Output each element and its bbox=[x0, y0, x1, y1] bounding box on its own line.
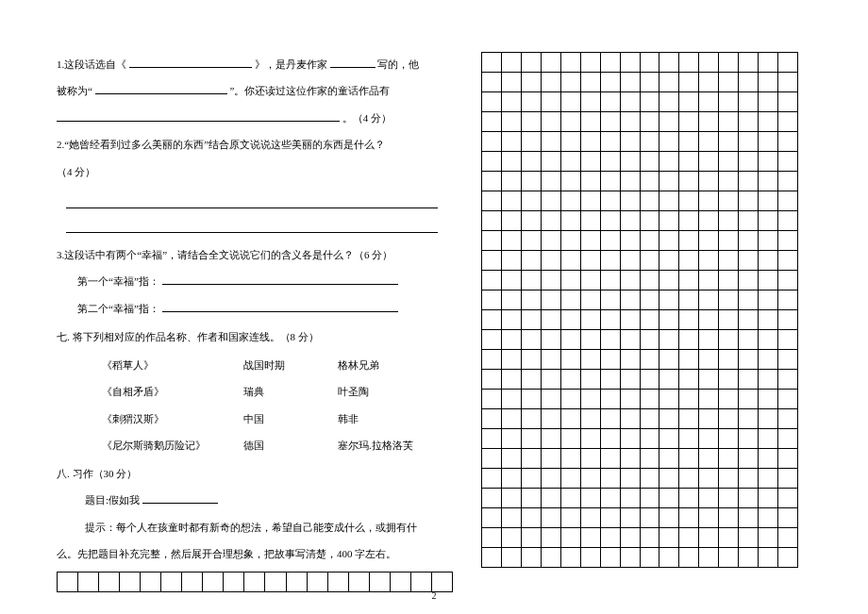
grid-cell[interactable] bbox=[58, 573, 78, 591]
grid-cell[interactable] bbox=[739, 132, 759, 151]
grid-cell[interactable] bbox=[659, 449, 679, 468]
grid-cell[interactable] bbox=[482, 53, 502, 72]
grid-cell[interactable] bbox=[759, 211, 778, 230]
grid-cell[interactable] bbox=[581, 73, 601, 91]
grid-cell[interactable] bbox=[502, 290, 522, 309]
blank-called[interactable] bbox=[95, 83, 227, 94]
grid-cell[interactable] bbox=[621, 290, 641, 309]
grid-cell[interactable] bbox=[542, 310, 561, 329]
grid-cell[interactable] bbox=[522, 469, 542, 488]
grid-cell[interactable] bbox=[542, 251, 561, 270]
grid-cell[interactable] bbox=[581, 310, 601, 329]
grid-cell[interactable] bbox=[641, 92, 660, 111]
grid-cell[interactable] bbox=[601, 152, 621, 171]
grid-cell[interactable] bbox=[759, 350, 778, 369]
grid-cell[interactable] bbox=[679, 271, 699, 290]
grid-cell[interactable] bbox=[542, 271, 561, 290]
grid-cell[interactable] bbox=[542, 290, 561, 309]
grid-cell[interactable] bbox=[719, 211, 739, 230]
grid-cell[interactable] bbox=[581, 271, 601, 290]
grid-cell[interactable] bbox=[244, 573, 265, 591]
grid-cell[interactable] bbox=[641, 370, 660, 389]
grid-cell[interactable] bbox=[561, 112, 581, 131]
grid-cell[interactable] bbox=[621, 449, 641, 468]
grid-cell[interactable] bbox=[581, 508, 601, 527]
grid-cell[interactable] bbox=[542, 53, 561, 72]
grid-cell[interactable] bbox=[581, 449, 601, 468]
grid-cell[interactable] bbox=[502, 231, 522, 250]
grid-cell[interactable] bbox=[641, 271, 660, 290]
grid-cell[interactable] bbox=[502, 251, 522, 270]
grid-cell[interactable] bbox=[659, 231, 679, 250]
grid-cell[interactable] bbox=[621, 489, 641, 507]
grid-cell[interactable] bbox=[621, 528, 641, 547]
grid-cell[interactable] bbox=[699, 152, 719, 171]
grid-cell[interactable] bbox=[739, 508, 759, 527]
grid-cell[interactable] bbox=[641, 53, 660, 72]
grid-cell[interactable] bbox=[621, 508, 641, 527]
grid-cell[interactable] bbox=[699, 191, 719, 210]
grid-cell[interactable] bbox=[561, 370, 581, 389]
grid-cell[interactable] bbox=[778, 191, 797, 210]
grid-cell[interactable] bbox=[679, 73, 699, 91]
grid-cell[interactable] bbox=[778, 73, 797, 91]
grid-cell[interactable] bbox=[522, 211, 542, 230]
grid-cell[interactable] bbox=[561, 548, 581, 567]
grid-cell[interactable] bbox=[581, 528, 601, 547]
grid-cell[interactable] bbox=[759, 528, 778, 547]
grid-cell[interactable] bbox=[699, 132, 719, 151]
grid-cell[interactable] bbox=[482, 330, 502, 349]
match-row[interactable]: 《稻草人》战国时期格林兄弟 bbox=[102, 352, 453, 379]
grid-cell[interactable] bbox=[482, 152, 502, 171]
grid-cell[interactable] bbox=[641, 469, 660, 488]
grid-cell[interactable] bbox=[482, 271, 502, 290]
grid-cell[interactable] bbox=[778, 330, 797, 349]
grid-cell[interactable] bbox=[522, 112, 542, 131]
grid-cell[interactable] bbox=[542, 92, 561, 111]
grid-cell[interactable] bbox=[739, 231, 759, 250]
grid-cell[interactable] bbox=[432, 573, 453, 591]
grid-cell[interactable] bbox=[778, 251, 797, 270]
grid-cell[interactable] bbox=[561, 489, 581, 507]
grid-cell[interactable] bbox=[641, 251, 660, 270]
grid-cell[interactable] bbox=[581, 390, 601, 408]
grid-cell[interactable] bbox=[502, 528, 522, 547]
grid-cell[interactable] bbox=[601, 310, 621, 329]
grid-cell[interactable] bbox=[542, 132, 561, 151]
grid-cell[interactable] bbox=[522, 330, 542, 349]
grid-cell[interactable] bbox=[679, 152, 699, 171]
grid-cell[interactable] bbox=[699, 73, 719, 91]
grid-cell[interactable] bbox=[659, 53, 679, 72]
grid-cell[interactable] bbox=[601, 489, 621, 507]
grid-cell[interactable] bbox=[601, 469, 621, 488]
grid-cell[interactable] bbox=[542, 390, 561, 408]
grid-cell[interactable] bbox=[601, 350, 621, 369]
grid-cell[interactable] bbox=[739, 409, 759, 428]
grid-cell[interactable] bbox=[778, 92, 797, 111]
grid-cell[interactable] bbox=[621, 409, 641, 428]
q2-answer-line-1[interactable] bbox=[66, 188, 438, 208]
grid-cell[interactable] bbox=[561, 290, 581, 309]
grid-cell[interactable] bbox=[601, 330, 621, 349]
grid-cell[interactable] bbox=[542, 409, 561, 428]
grid-cell[interactable] bbox=[778, 429, 797, 448]
grid-cell[interactable] bbox=[601, 528, 621, 547]
grid-cell[interactable] bbox=[699, 330, 719, 349]
grid-cell[interactable] bbox=[679, 390, 699, 408]
grid-cell[interactable] bbox=[759, 449, 778, 468]
grid-cell[interactable] bbox=[502, 390, 522, 408]
grid-cell[interactable] bbox=[659, 73, 679, 91]
grid-cell[interactable] bbox=[739, 290, 759, 309]
grid-cell[interactable] bbox=[542, 211, 561, 230]
grid-cell[interactable] bbox=[542, 330, 561, 349]
grid-cell[interactable] bbox=[522, 73, 542, 91]
grid-cell[interactable] bbox=[641, 231, 660, 250]
grid-cell[interactable] bbox=[542, 112, 561, 131]
grid-cell[interactable] bbox=[699, 112, 719, 131]
grid-cell[interactable] bbox=[659, 469, 679, 488]
grid-cell[interactable] bbox=[719, 73, 739, 91]
grid-cell[interactable] bbox=[581, 211, 601, 230]
grid-cell[interactable] bbox=[621, 73, 641, 91]
grid-cell[interactable] bbox=[522, 152, 542, 171]
grid-cell[interactable] bbox=[502, 489, 522, 507]
